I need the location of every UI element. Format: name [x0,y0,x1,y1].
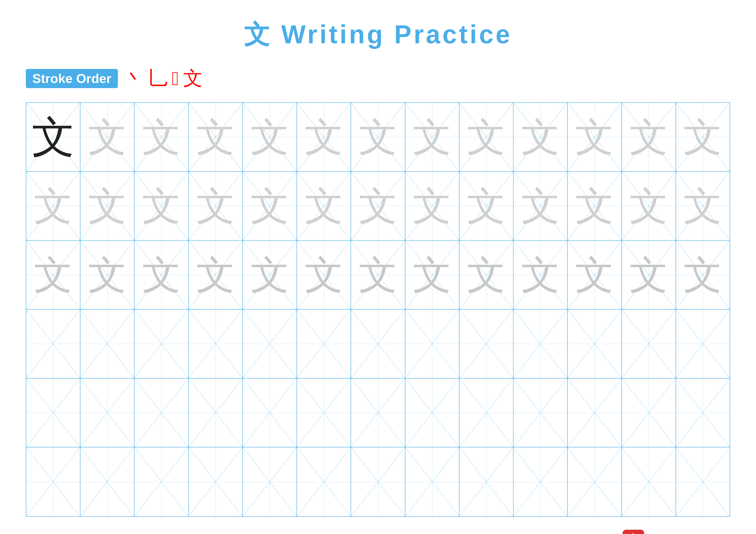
grid-cell[interactable]: 文 [405,241,459,309]
practice-char-ghost: 文 [34,187,73,225]
brand-char: 字 [627,532,640,534]
grid-cell[interactable]: 文 [243,172,297,240]
grid-cell[interactable]: 文 [26,103,80,171]
grid-cell[interactable] [405,447,459,516]
grid-cell[interactable]: 文 [243,103,297,171]
grid-cell[interactable] [459,447,514,516]
practice-char-ghost: 文 [575,117,614,156]
page-title: 文 Writing Practice [244,17,512,52]
grid-cell[interactable] [26,447,80,516]
grid-cell[interactable]: 文 [351,241,405,309]
grid-cell[interactable]: 文 [134,172,189,240]
grid-cell[interactable] [134,310,189,378]
grid-cell[interactable]: 文 [622,103,676,171]
grid-cell[interactable]: 文 [297,241,351,309]
grid-cell[interactable] [568,310,622,378]
grid-cell[interactable] [80,378,134,447]
grid-cell[interactable]: 文 [568,172,622,240]
grid-cell[interactable] [568,378,622,447]
practice-char-ghost: 文 [575,255,614,294]
grid-cell[interactable]: 文 [351,172,405,240]
grid-cell[interactable] [514,310,568,378]
grid-cell[interactable]: 文 [189,103,243,171]
grid-cell[interactable]: 文 [568,241,622,309]
grid-cell[interactable]: 文 [134,241,189,309]
practice-char-ghost: 文 [521,187,560,225]
grid-cell[interactable] [26,310,80,378]
practice-char-ghost: 文 [251,117,289,156]
practice-char-dark: 文 [32,115,75,159]
grid-cell[interactable]: 文 [622,241,676,309]
grid-cell[interactable]: 文 [459,172,514,240]
grid-cell[interactable] [622,310,676,378]
stroke-1: 丶 [124,65,144,91]
grid-cell[interactable] [459,310,514,378]
grid-cell[interactable]: 文 [514,103,568,171]
practice-char-ghost: 文 [575,187,614,225]
grid-cell[interactable] [351,310,405,378]
grid-cell[interactable]: 文 [26,241,80,309]
grid-cell[interactable] [676,447,730,516]
grid-cell[interactable]: 文 [26,172,80,240]
grid-cell[interactable] [134,378,189,447]
grid-cell[interactable]: 文 [297,103,351,171]
grid-cell[interactable] [514,378,568,447]
grid-cell[interactable]: 文 [514,241,568,309]
grid-cell[interactable]: 文 [568,103,622,171]
grid-cell[interactable]: 文 [459,241,514,309]
grid-cell[interactable]: 文 [80,241,134,309]
grid-cell[interactable] [676,310,730,378]
title-text: Writing Practice [281,20,512,49]
grid-cell[interactable]: 文 [405,172,459,240]
practice-char-ghost: 文 [359,117,397,156]
grid-cell[interactable]: 文 [676,241,730,309]
grid-cell[interactable] [189,447,243,516]
grid-cell[interactable]: 文 [243,241,297,309]
grid-cell[interactable] [243,378,297,447]
grid-cell[interactable] [297,378,351,447]
practice-char-ghost: 文 [196,255,235,294]
grid-cell[interactable] [459,378,514,447]
grid-cell[interactable]: 文 [80,172,134,240]
grid-cell[interactable]: 文 [134,103,189,171]
grid-cell[interactable] [243,310,297,378]
grid-cell[interactable] [189,378,243,447]
grid-cell[interactable]: 文 [189,241,243,309]
grid-cell[interactable]: 文 [80,103,134,171]
grid-cell[interactable] [189,310,243,378]
grid-cell[interactable] [514,447,568,516]
grid-cell[interactable]: 文 [622,172,676,240]
grid-cell[interactable]: 文 [351,103,405,171]
grid-cell[interactable] [405,378,459,447]
grid-cell[interactable] [622,447,676,516]
grid-cell[interactable] [80,310,134,378]
grid-cell[interactable]: 文 [297,172,351,240]
practice-char-ghost: 文 [305,255,343,294]
practice-char-ghost: 文 [359,187,397,225]
grid-cell[interactable] [676,378,730,447]
grid-cell[interactable] [297,310,351,378]
stroke-4: 文 [183,65,202,91]
grid-cell[interactable]: 文 [189,172,243,240]
grid-cell[interactable]: 文 [405,103,459,171]
grid-cell[interactable] [80,447,134,516]
brand-icon: 字 [623,530,644,534]
grid-cell[interactable] [622,378,676,447]
grid-cell[interactable] [26,378,80,447]
grid-cell[interactable] [297,447,351,516]
grid-cell[interactable]: 文 [676,103,730,171]
practice-char-ghost: 文 [359,255,397,294]
grid-cell[interactable] [351,447,405,516]
grid-cell[interactable] [351,378,405,447]
stroke-2: ⺃ [148,65,168,91]
grid-cell[interactable]: 文 [514,172,568,240]
grid-cell[interactable] [134,447,189,516]
practice-char-ghost: 文 [683,255,722,294]
footer-url[interactable]: https://www.strokeorder.com/chinese/文 [26,532,234,534]
grid-cell[interactable]: 文 [676,172,730,240]
grid-cell[interactable]: 文 [459,103,514,171]
grid-cell[interactable] [243,447,297,516]
practice-char-ghost: 文 [305,117,343,156]
grid-cell[interactable] [568,447,622,516]
grid-cell[interactable] [405,310,459,378]
